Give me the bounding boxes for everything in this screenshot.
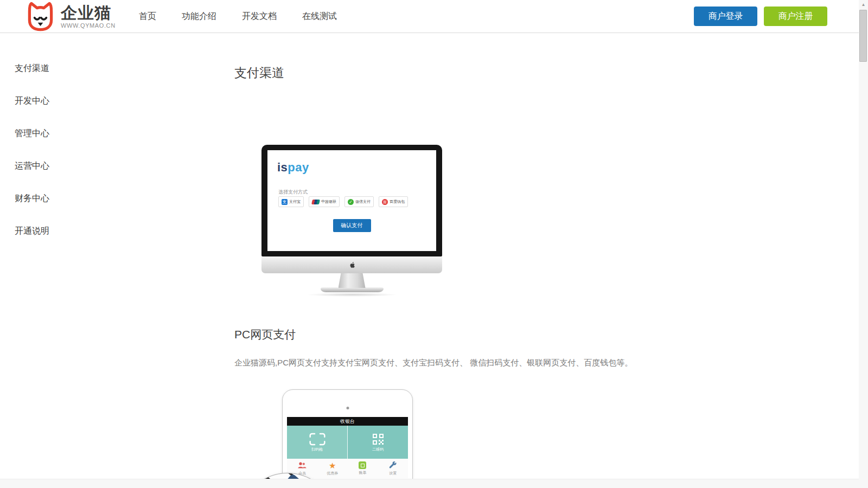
qr-code-label: 二维码 <box>372 447 384 452</box>
main-nav: 首页 功能介绍 开发文档 在线测试 <box>139 0 337 33</box>
wrench-icon <box>388 461 397 470</box>
merchant-login-button[interactable]: 商户登录 <box>694 7 757 26</box>
payment-option-unionpay: 中国银联 <box>309 196 340 207</box>
star-icon: ★ <box>329 461 336 470</box>
merchant-register-button[interactable]: 商户注册 <box>764 7 827 26</box>
payment-option-wechat: ✓ 微信支付 <box>344 196 374 207</box>
cashier-main-actions: 扫码枪 二维码 <box>287 426 408 459</box>
sidebar-item-admin-center[interactable]: 管理中心 <box>15 128 49 140</box>
scan-frame-icon <box>309 433 326 446</box>
unionpay-icon <box>311 200 320 204</box>
menu-item-settings: 设置 <box>378 459 408 478</box>
section-description: 企业猫源码,PC网页支付支持支付宝网页支付、支付宝扫码支付、 微信扫码支付、银联… <box>234 358 647 368</box>
vertical-scrollbar-thumb[interactable] <box>859 10 867 62</box>
alipay-icon: 支 <box>282 199 288 205</box>
brand-name: 企业猫 <box>61 4 116 22</box>
scan-gun-tile: 扫码枪 <box>287 426 348 459</box>
choose-payment-label: 选择支付方式 <box>278 189 308 196</box>
imac-mockup-image: ispay 选择支付方式 支 支付宝 中国银联 ✓ 微信支付 <box>261 145 442 297</box>
payment-method-list: 支 支付宝 中国银联 ✓ 微信支付 百 百度钱包 <box>278 196 408 207</box>
ispay-logo: ispay <box>277 160 309 175</box>
imac-bezel: ispay 选择支付方式 支 支付宝 中国银联 ✓ 微信支付 <box>261 145 442 256</box>
vertical-scrollbar[interactable]: ▲ <box>859 0 868 488</box>
qr-code-tile: 二维码 <box>348 426 408 459</box>
menu-item-coupons: ★ 优惠券 <box>317 459 348 478</box>
section-heading: PC网页支付 <box>234 327 296 342</box>
nav-item-home[interactable]: 首页 <box>139 11 156 22</box>
apple-logo-icon <box>348 261 355 269</box>
sidebar: 支付渠道 开发中心 管理中心 运营中心 财务中心 开通说明 <box>15 63 49 258</box>
scan-gun-label: 扫码枪 <box>311 447 323 452</box>
page: 企业猫 WWW.QYMAO.CN 首页 功能介绍 开发文档 在线测试 商户登录 … <box>0 0 868 488</box>
scroll-up-arrow[interactable]: ▲ <box>859 0 868 9</box>
imac-stand-neck <box>339 273 366 288</box>
wechat-pay-icon: ✓ <box>348 199 354 205</box>
nav-item-online-test[interactable]: 在线测试 <box>302 11 337 22</box>
payment-option-baidu: 百 百度钱包 <box>379 196 408 207</box>
sidebar-item-dev-center[interactable]: 开发中心 <box>15 95 49 108</box>
nav-item-features[interactable]: 功能介绍 <box>182 11 216 22</box>
bill-icon <box>359 461 366 469</box>
tablet-camera-dot <box>346 407 349 409</box>
sidebar-item-payment-channels[interactable]: 支付渠道 <box>15 63 49 75</box>
confirm-payment-button: 确认支付 <box>333 219 371 232</box>
imac-stand-base <box>321 287 384 292</box>
tablet-mockup-image: 收银台 扫码枪 <box>282 389 413 488</box>
menu-item-bills: 账单 <box>348 459 378 478</box>
sidebar-item-finance-center[interactable]: 财务中心 <box>15 193 49 206</box>
sidebar-item-activation-guide[interactable]: 开通说明 <box>15 226 49 238</box>
imac-chin <box>261 256 442 273</box>
sidebar-item-operation-center[interactable]: 运营中心 <box>15 160 49 173</box>
payment-option-alipay: 支 支付宝 <box>278 196 304 207</box>
cat-logo-icon <box>25 1 56 31</box>
brand-domain: WWW.QYMAO.CN <box>61 22 116 29</box>
qr-code-icon <box>371 433 385 446</box>
imac-shadow <box>306 293 398 297</box>
page-title: 支付渠道 <box>234 65 284 81</box>
header: 企业猫 WWW.QYMAO.CN 首页 功能介绍 开发文档 在线测试 商户登录 … <box>0 0 868 33</box>
members-icon <box>297 461 307 470</box>
baidu-wallet-icon: 百 <box>382 199 388 205</box>
horizontal-scrollbar[interactable] <box>0 479 859 488</box>
cashier-title-bar: 收银台 <box>287 417 408 426</box>
nav-item-docs[interactable]: 开发文档 <box>242 11 277 22</box>
cashier-menu-row: 会员 ★ 优惠券 账单 设置 <box>287 459 408 478</box>
imac-screen: ispay 选择支付方式 支 支付宝 中国银联 ✓ 微信支付 <box>267 150 436 251</box>
brand-logo[interactable]: 企业猫 WWW.QYMAO.CN <box>25 1 116 31</box>
